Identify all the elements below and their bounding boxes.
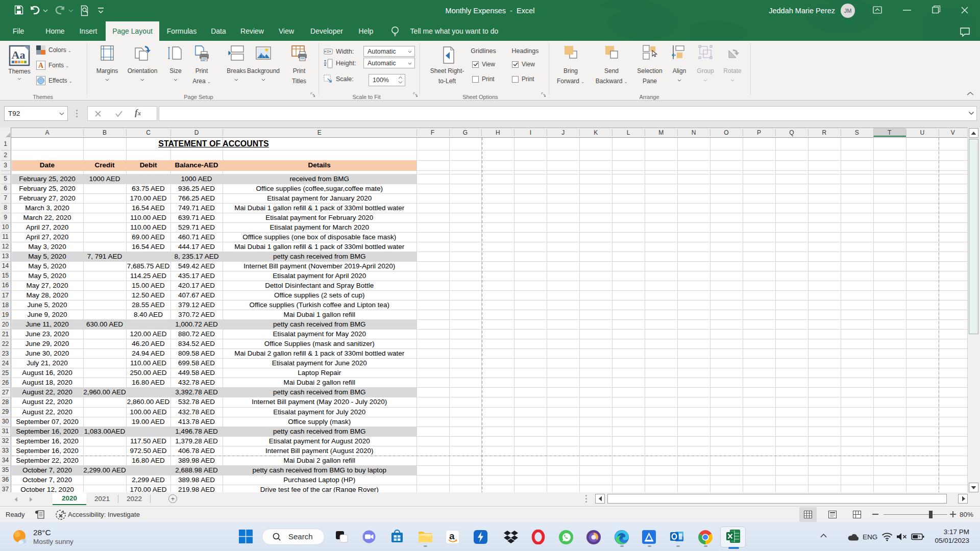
svg-text:A: A <box>38 62 44 69</box>
svg-text:Aa: Aa <box>12 48 26 61</box>
